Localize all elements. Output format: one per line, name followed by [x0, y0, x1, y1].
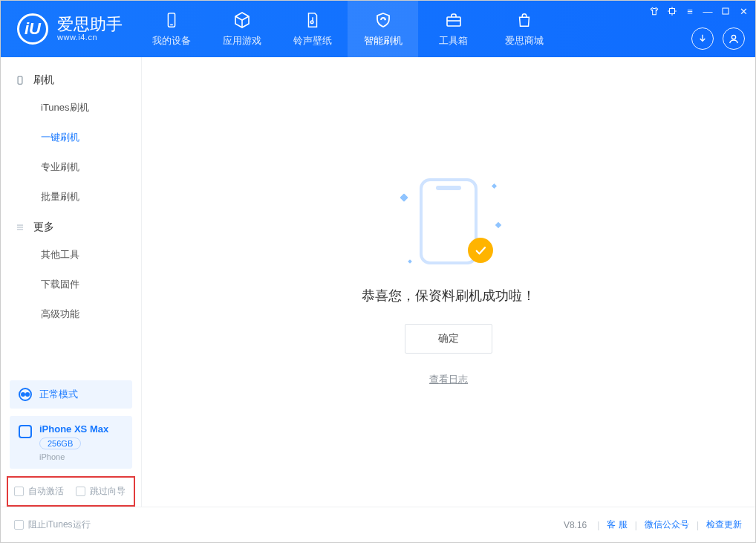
- sidebar-group-more: 更多: [1, 212, 141, 240]
- sidebar-item-oneclick[interactable]: 一键刷机: [1, 123, 141, 152]
- link-support[interactable]: 客 服: [607, 518, 627, 531]
- nav-flash[interactable]: 智能刷机: [348, 1, 418, 57]
- link-wechat[interactable]: 微信公众号: [645, 518, 689, 531]
- nav-apps[interactable]: 应用游戏: [206, 1, 277, 57]
- highlight-options: 自动激活 跳过向导: [7, 476, 135, 507]
- nav-store[interactable]: 爱思商城: [489, 1, 559, 57]
- checkbox-skip-guide[interactable]: 跳过向导: [76, 485, 126, 498]
- confirm-button[interactable]: 确定: [405, 324, 492, 354]
- status-bar: 阻止iTunes运行 V8.16 | 客 服 | 微信公众号 | 检查更新: [1, 507, 755, 542]
- svg-point-11: [731, 35, 735, 39]
- nav-rings[interactable]: 铃声壁纸: [277, 1, 348, 57]
- view-log-link[interactable]: 查看日志: [429, 373, 468, 386]
- nav-label: 工具箱: [439, 34, 468, 48]
- sidebar: 刷机 iTunes刷机 一键刷机 专业刷机 批量刷机 更多 其他工具 下载固件 …: [1, 57, 142, 507]
- nav-label: 爱思商城: [505, 34, 544, 48]
- checkbox-auto-activate[interactable]: 自动激活: [14, 485, 64, 498]
- brand-url: www.i4.cn: [57, 33, 123, 42]
- title-bar: iU 爱思助手 www.i4.cn 我的设备 应用游戏 铃声壁纸 智能刷机 工具…: [1, 1, 755, 57]
- check-badge-icon: [468, 238, 493, 263]
- checkbox-label: 跳过向导: [90, 485, 126, 498]
- minimize-icon[interactable]: —: [702, 5, 714, 17]
- nav-label: 我的设备: [152, 34, 191, 48]
- locate-icon[interactable]: [666, 5, 678, 17]
- nav-label: 智能刷机: [364, 34, 403, 48]
- sparkle-icon: [495, 221, 501, 227]
- svg-rect-3: [447, 17, 460, 26]
- menu-icon[interactable]: ≡: [684, 5, 696, 17]
- sidebar-item-itunes[interactable]: iTunes刷机: [1, 93, 141, 123]
- svg-rect-5: [670, 9, 675, 14]
- top-nav: 我的设备 应用游戏 铃声壁纸 智能刷机 工具箱 爱思商城: [136, 1, 559, 57]
- device-panel: 正常模式 iPhone XS Max 256GB iPhone: [10, 380, 132, 469]
- checkbox-block-itunes[interactable]: 阻止iTunes运行: [14, 518, 91, 531]
- sparkle-icon: [408, 259, 412, 264]
- sidebar-item-firmware[interactable]: 下载固件: [1, 270, 141, 299]
- phone-small-icon: [19, 425, 32, 438]
- mode-indicator[interactable]: 正常模式: [10, 380, 132, 409]
- version-label: V8.16: [564, 520, 587, 530]
- nav-label: 应用游戏: [223, 34, 261, 48]
- checkbox-icon: [14, 520, 24, 530]
- briefcase-icon: [444, 10, 463, 30]
- success-illustration: [397, 178, 501, 267]
- mode-icon: [19, 388, 32, 401]
- close-icon[interactable]: ✕: [737, 5, 749, 17]
- brand: iU 爱思助手 www.i4.cn: [1, 1, 136, 57]
- sparkle-icon: [400, 193, 408, 201]
- music-file-icon: [303, 10, 322, 30]
- nav-toolbox[interactable]: 工具箱: [418, 1, 489, 57]
- main-content: 恭喜您，保资料刷机成功啦！ 确定 查看日志: [142, 57, 755, 507]
- svg-rect-10: [723, 8, 729, 14]
- sidebar-group-title: 刷机: [33, 74, 54, 87]
- link-update[interactable]: 检查更新: [706, 518, 742, 531]
- sidebar-group-title: 更多: [33, 221, 54, 234]
- success-message: 恭喜您，保资料刷机成功啦！: [362, 287, 535, 305]
- svg-point-2: [310, 21, 313, 24]
- device-subtitle: iPhone: [39, 452, 108, 461]
- device-name: iPhone XS Max: [39, 423, 108, 435]
- checkbox-label: 阻止iTunes运行: [28, 518, 91, 531]
- brand-name: 爱思助手: [57, 16, 123, 33]
- shirt-icon[interactable]: [648, 5, 660, 17]
- download-button[interactable]: [691, 27, 714, 50]
- checkbox-label: 自动激活: [28, 485, 64, 498]
- nav-my-device[interactable]: 我的设备: [136, 1, 206, 57]
- window-controls: ≡ — ✕: [648, 5, 749, 17]
- bag-icon: [515, 10, 534, 30]
- list-icon: [14, 221, 26, 233]
- sidebar-item-other[interactable]: 其他工具: [1, 240, 141, 270]
- refresh-shield-icon: [374, 10, 393, 30]
- sidebar-group-flash: 刷机: [1, 65, 141, 93]
- device-capacity: 256GB: [39, 438, 81, 449]
- sidebar-item-pro[interactable]: 专业刷机: [1, 152, 141, 182]
- checkbox-icon: [76, 487, 85, 496]
- user-button[interactable]: [723, 27, 745, 50]
- sidebar-item-advanced[interactable]: 高级功能: [1, 299, 141, 329]
- checkbox-icon: [14, 487, 24, 496]
- phone-icon: [162, 10, 181, 30]
- device-icon: [14, 74, 26, 86]
- maximize-icon[interactable]: [720, 5, 731, 17]
- cube-icon: [232, 10, 252, 30]
- mode-label: 正常模式: [39, 388, 78, 401]
- svg-rect-12: [18, 77, 22, 85]
- brand-logo-icon: iU: [17, 13, 48, 45]
- top-right-actions: [691, 27, 745, 50]
- nav-label: 铃声壁纸: [293, 34, 332, 48]
- sparkle-icon: [492, 183, 497, 188]
- sidebar-item-batch[interactable]: 批量刷机: [1, 182, 141, 212]
- device-row[interactable]: iPhone XS Max 256GB iPhone: [10, 416, 132, 469]
